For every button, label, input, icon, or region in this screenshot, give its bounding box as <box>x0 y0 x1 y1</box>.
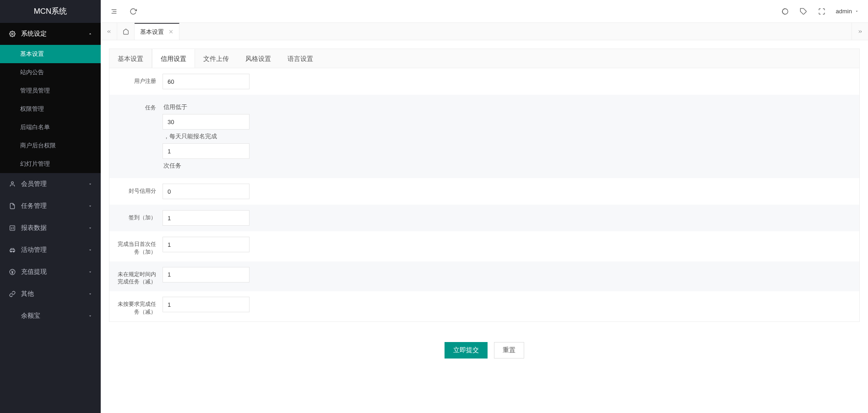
input-overdue-sub[interactable] <box>163 267 250 283</box>
chevron-down-icon <box>88 182 92 186</box>
input-first-task-add[interactable] <box>163 237 250 252</box>
theme-icon[interactable] <box>781 7 789 16</box>
label-task: 任务 <box>117 100 163 112</box>
chevron-down-icon <box>88 248 92 252</box>
row-overdue-sub: 未在规定时间内完成任务（减） <box>109 261 859 292</box>
sidebar-item-announcement[interactable]: 站内公告 <box>0 63 101 82</box>
fullscreen-icon[interactable] <box>818 7 826 16</box>
row-checkin-add: 签到（加） <box>109 205 859 231</box>
chevron-down-icon <box>88 314 92 318</box>
link-icon <box>9 291 16 297</box>
sidebar-item-admin-manage[interactable]: 管理员管理 <box>0 82 101 100</box>
blank-icon <box>9 313 16 319</box>
label-checkin-add: 签到（加） <box>117 210 163 222</box>
close-icon[interactable]: ✕ <box>168 28 174 35</box>
submenu-system-settings: 基本设置 站内公告 管理员管理 权限管理 后端白名单 商户后台权限 幻灯片管理 <box>0 45 101 173</box>
credit-form: 用户注册 任务 信用低于 ，每天只能报名完成 次任务 封号信用分 <box>109 68 859 321</box>
svg-point-1 <box>11 182 14 184</box>
username: admin <box>836 8 852 15</box>
menu-label: 系统设定 <box>21 30 47 38</box>
chevron-down-icon <box>88 226 92 230</box>
input-checkin-add[interactable] <box>163 210 250 226</box>
menu-task[interactable]: 任务管理 <box>0 195 101 217</box>
row-first-task-add: 完成当日首次任务（加） <box>109 231 859 261</box>
label-ban-credit: 封号信用分 <box>117 184 163 195</box>
input-task-daily-limit[interactable] <box>163 143 250 159</box>
row-user-register: 用户注册 <box>109 68 859 95</box>
chevron-down-icon <box>88 204 92 208</box>
tab-label: 基本设置 <box>140 28 164 36</box>
header: admin <box>101 0 868 23</box>
caret-down-icon <box>855 9 859 13</box>
nav: 系统设定 基本设置 站内公告 管理员管理 权限管理 后端白名单 商户后台权限 幻… <box>0 23 101 327</box>
row-requirement-sub: 未按要求完成任务（减） <box>109 291 859 321</box>
task-text-mid: ，每天只能报名完成 <box>163 130 852 143</box>
tabbar: 基本设置 ✕ <box>101 23 868 40</box>
inner-tab-style[interactable]: 风格设置 <box>237 49 279 68</box>
input-task-credit-below[interactable] <box>163 114 250 130</box>
row-ban-credit: 封号信用分 <box>109 178 859 205</box>
label-requirement-sub: 未按要求完成任务（减） <box>117 297 163 316</box>
car-icon <box>9 247 16 253</box>
chevron-up-icon <box>88 32 92 36</box>
submit-button[interactable]: 立即提交 <box>445 342 488 359</box>
menu-system-settings[interactable]: 系统设定 <box>0 23 101 45</box>
label-overdue-sub: 未在规定时间内完成任务（减） <box>117 267 163 286</box>
menu-member[interactable]: 会员管理 <box>0 173 101 195</box>
tabs-scroll-left[interactable] <box>101 23 117 40</box>
main: 基本设置 信用设置 文件上传 风格设置 语言设置 用户注册 任务 信用低于 ，每… <box>101 0 868 380</box>
menu-yuebao[interactable]: 余额宝 <box>0 305 101 327</box>
form-actions: 立即提交 重置 <box>101 330 868 370</box>
chevron-down-icon <box>88 292 92 296</box>
user-icon <box>9 181 16 187</box>
inner-tab-credit[interactable]: 信用设置 <box>152 49 195 68</box>
doc-icon <box>9 203 16 209</box>
chevron-down-icon <box>88 270 92 274</box>
sidebar-item-slideshow[interactable]: 幻灯片管理 <box>0 155 101 173</box>
input-ban-credit[interactable] <box>163 184 250 199</box>
inner-tab-basic[interactable]: 基本设置 <box>109 49 152 68</box>
tabs-scroll-right[interactable] <box>852 23 868 40</box>
settings-card: 基本设置 信用设置 文件上传 风格设置 语言设置 用户注册 任务 信用低于 ，每… <box>109 49 860 322</box>
label-user-register: 用户注册 <box>117 74 163 85</box>
row-task: 任务 信用低于 ，每天只能报名完成 次任务 <box>109 95 859 178</box>
chart-icon <box>9 225 16 231</box>
label-first-task-add: 完成当日首次任务（加） <box>117 237 163 256</box>
sidebar: MCN系统 系统设定 基本设置 站内公告 管理员管理 权限管理 后端白名单 商户… <box>0 0 101 380</box>
collapse-sidebar-icon[interactable] <box>110 7 118 16</box>
svg-rect-2 <box>10 226 15 231</box>
svg-point-0 <box>11 33 13 35</box>
menu-activity[interactable]: 活动管理 <box>0 239 101 261</box>
tab-basic-settings[interactable]: 基本设置 ✕ <box>135 23 179 40</box>
sidebar-item-merchant-perm[interactable]: 商户后台权限 <box>0 136 101 155</box>
task-text-tail: 次任务 <box>163 159 852 173</box>
inner-tab-lang[interactable]: 语言设置 <box>279 49 321 68</box>
tab-home[interactable] <box>117 23 135 40</box>
app-logo: MCN系统 <box>0 0 101 23</box>
sidebar-item-basic-settings[interactable]: 基本设置 <box>0 45 101 63</box>
menu-other[interactable]: 其他 <box>0 283 101 305</box>
inner-tabs: 基本设置 信用设置 文件上传 风格设置 语言设置 <box>109 49 859 68</box>
refresh-icon[interactable] <box>129 7 137 16</box>
sidebar-item-whitelist[interactable]: 后端白名单 <box>0 118 101 136</box>
input-requirement-sub[interactable] <box>163 297 250 312</box>
yen-icon <box>9 269 16 275</box>
input-user-register[interactable] <box>163 74 250 89</box>
task-text-below: 信用低于 <box>163 100 852 114</box>
menu-report[interactable]: 报表数据 <box>0 217 101 239</box>
user-menu[interactable]: admin <box>836 8 859 15</box>
reset-button[interactable]: 重置 <box>494 342 524 359</box>
gear-icon <box>9 31 16 37</box>
tag-icon[interactable] <box>799 7 808 16</box>
sidebar-item-permission[interactable]: 权限管理 <box>0 100 101 118</box>
inner-tab-upload[interactable]: 文件上传 <box>195 49 237 68</box>
menu-recharge[interactable]: 充值提现 <box>0 261 101 283</box>
